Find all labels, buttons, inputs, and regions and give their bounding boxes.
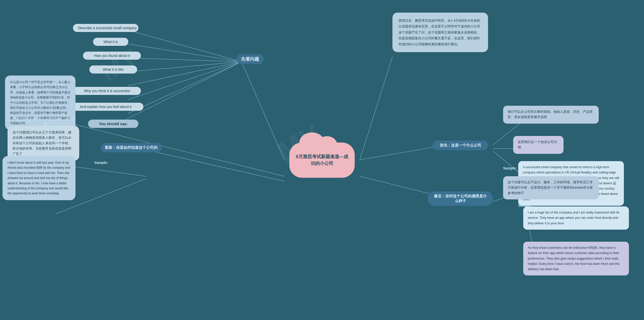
watermark-left: MY (96, 43, 143, 87)
q-how-found: How you found about it (83, 52, 141, 60)
svg-line-10 (146, 150, 284, 181)
how-found-label: 紧接：你是如何知道这个公司的 (101, 143, 162, 152)
first-section-label: 首先：这是一个什么公司 (433, 140, 488, 150)
last-hint: 这个问题可以从产品力、服务、工作的环境、领导和员工等方面进行分析，这里我也提供一… (503, 176, 599, 199)
svg-line-7 (128, 62, 242, 113)
svg-line-5 (128, 62, 242, 86)
svg-line-0 (242, 62, 284, 160)
svg-line-6 (128, 62, 242, 99)
sample-label-left: Sample: (94, 161, 108, 165)
first-hint2: 这里我们以一个创业公司为例 (513, 136, 564, 154)
svg-line-13 (360, 176, 440, 196)
q-why-successful: Why you think it is successful (73, 87, 141, 95)
svg-line-2 (128, 44, 242, 62)
first-look-label: 先看问题 (236, 54, 264, 64)
cloud-center: 8月雅思考试新题速递—成功的小公司 (284, 135, 360, 185)
q-what-it-is: What it is (93, 38, 128, 46)
analysis-label: 接下来对于题干中几个重点问题，进行分析 (15, 117, 75, 126)
you-should-say: You should say: (88, 120, 138, 128)
svg-line-12 (360, 146, 440, 160)
how-found-hint: 这个问题我们可以从几个方面来回答，建议在网上购物发现很多人购买，也可以从你和这个… (8, 126, 79, 161)
svg-line-1 (128, 30, 242, 62)
svg-line-11 (360, 57, 392, 160)
last-section-label: 最后：你对这个公司的感受是什么样子 (428, 191, 493, 206)
q-describe: Describe a successful small company (73, 24, 138, 32)
first-sample-label: Sample: (503, 166, 517, 170)
sample-text-left: I didn't know about it until last year. … (3, 156, 75, 200)
q-what-like: What it is like (89, 65, 137, 74)
svg-line-20 (70, 166, 146, 176)
q-explain-feel: And explain how you feel about it (68, 103, 143, 111)
rhs-intro-box: 疫情过后，雅思考试也如约而至，从1-4月份到5-8月份的口语题库也基本定型，在这… (392, 13, 488, 52)
svg-line-4 (128, 62, 242, 72)
last-sample1: I am a huge fan of the company and I am … (523, 206, 629, 230)
first-hint1: 我们可以从公司所从事的领域、创始人是谁、历史、产品类型、受欢迎程度来展开说明 (503, 106, 599, 124)
last-sample2: As they know customers can be indecisive… (523, 242, 629, 275)
svg-line-3 (128, 58, 242, 62)
cloud-title: 8月雅思考试新题速递—成功的小公司 (294, 153, 350, 167)
